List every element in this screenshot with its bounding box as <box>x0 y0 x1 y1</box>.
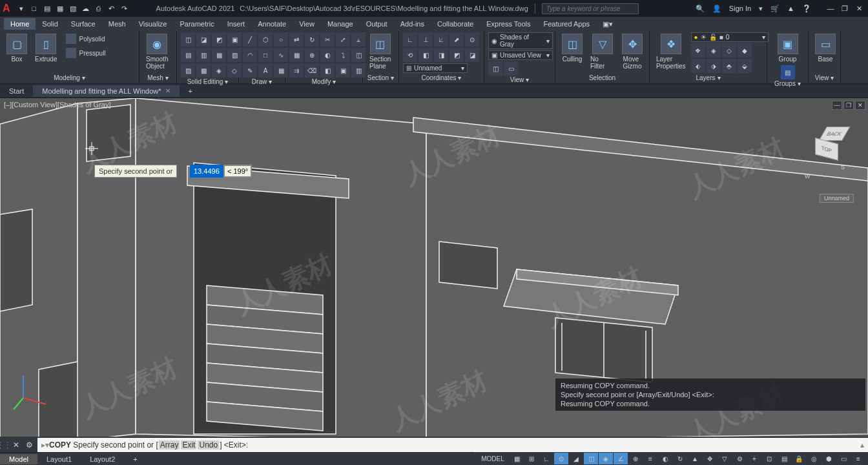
quickprops-icon[interactable]: ▤ <box>777 453 791 464</box>
view-dropdown[interactable]: ▣Unsaved View▾ <box>488 50 553 60</box>
box-button[interactable]: ▢Box <box>4 32 30 64</box>
mod-btn[interactable]: ▣ <box>336 63 350 78</box>
tab-mesh[interactable]: Mesh <box>102 18 132 30</box>
3dosnap-toggle[interactable]: ◈ <box>599 453 613 464</box>
command-input[interactable]: ▸▾ COPY Specify second point or [ Array … <box>37 438 868 452</box>
ucs-btn[interactable]: ◩ <box>450 48 464 62</box>
angle-input[interactable]: < 199° <box>223 165 252 178</box>
mod-btn[interactable]: ↻ <box>305 32 319 46</box>
extrude-button[interactable]: ▯Extrude <box>32 32 59 64</box>
ucs-btn[interactable]: ◧ <box>418 48 433 62</box>
filter-toggle[interactable]: ▽ <box>718 453 732 464</box>
tab-featured[interactable]: Featured Apps <box>537 18 597 30</box>
layer-dropdown[interactable]: ●☀🔓■0▾ <box>691 32 769 42</box>
panel-modify-title[interactable]: Modify ▾ <box>289 78 358 86</box>
search-go-icon[interactable]: 🔍 <box>696 5 705 13</box>
ucs-icon[interactable] <box>10 372 49 411</box>
panel-view-title[interactable]: View ▾ <box>488 76 551 84</box>
base-button[interactable]: ▭Base <box>812 32 838 64</box>
panel-layers-title[interactable]: Layers ▾ <box>654 74 763 82</box>
minimize-button[interactable]: — <box>824 3 837 14</box>
draw-btn[interactable]: ╱ <box>243 32 257 46</box>
draw-btn[interactable]: ✎ <box>243 63 257 78</box>
iso-toggle[interactable]: ◢ <box>569 453 583 464</box>
mod-btn[interactable]: ⊕ <box>305 48 319 62</box>
tab-collaborate[interactable]: Collaborate <box>431 18 480 30</box>
annomonitor-icon[interactable]: + <box>747 453 761 464</box>
lay-btn[interactable]: ◈ <box>707 43 721 57</box>
cleanscreen-icon[interactable]: ▭ <box>836 453 851 464</box>
ucs-btn[interactable]: ⟀ <box>434 32 448 46</box>
ucs-btn[interactable]: ⬈ <box>450 32 464 46</box>
presspull-button[interactable]: Presspull <box>62 46 109 59</box>
vp-restore[interactable]: ❐ <box>843 101 854 110</box>
tab-solid[interactable]: Solid <box>36 18 64 30</box>
lay-btn[interactable]: ⬖ <box>691 59 705 73</box>
start-tab[interactable]: Start <box>0 85 33 97</box>
vc-back[interactable]: BACK <box>819 127 851 141</box>
viewcube[interactable]: BACK TOP S W <box>803 127 850 173</box>
undo-icon[interactable]: ↶ <box>106 3 118 14</box>
tab-home[interactable]: Home <box>4 18 36 30</box>
otrack-toggle[interactable]: ∠ <box>614 453 628 464</box>
snap-toggle[interactable]: ⊞ <box>524 453 539 464</box>
se-btn[interactable]: ▨ <box>181 63 195 78</box>
se-btn[interactable]: ◫ <box>181 32 195 46</box>
grid-toggle[interactable]: ▦ <box>510 453 524 464</box>
ucs-btn[interactable]: ◪ <box>465 48 479 62</box>
culling-button[interactable]: ◫Culling <box>559 32 585 64</box>
saveas-icon[interactable]: ▧ <box>67 3 79 14</box>
group-edit-btn[interactable]: ▤ <box>781 65 795 79</box>
close-button[interactable]: ✕ <box>852 3 865 14</box>
section-plane-button[interactable]: ◫Section Plane <box>367 32 393 71</box>
lay-btn[interactable]: ⬗ <box>707 59 721 73</box>
command-line[interactable]: ⋮⋮ ✕ ⚙ ▸▾ COPY Specify second point or [… <box>0 437 868 452</box>
tab-parametric[interactable]: Parametric <box>173 18 220 30</box>
tab-insert[interactable]: Insert <box>221 18 252 30</box>
cycling-toggle[interactable]: ↻ <box>673 453 687 464</box>
osnap-toggle[interactable]: ◫ <box>584 453 598 464</box>
se-btn[interactable]: ◩ <box>212 32 226 46</box>
vc-top[interactable]: TOP <box>815 138 838 161</box>
ucs-btn[interactable]: ∟ <box>403 32 417 46</box>
mod-btn[interactable]: ⌫ <box>305 63 319 78</box>
cmd-expand-icon[interactable]: ▴ <box>860 440 864 450</box>
document-tab[interactable]: Modelling and fitting the ALL Window*✕ <box>33 85 179 97</box>
tab-annotate[interactable]: Annotate <box>251 18 293 30</box>
customize-status-icon[interactable]: ≡ <box>851 453 865 464</box>
draw-btn[interactable]: A <box>258 63 273 78</box>
units-icon[interactable]: ⊡ <box>762 453 776 464</box>
tab-express[interactable]: Express Tools <box>480 18 537 30</box>
modelspace-toggle[interactable]: MODEL <box>477 453 509 464</box>
save-icon[interactable]: ▦ <box>54 3 66 14</box>
tab-manage[interactable]: Manage <box>321 18 360 30</box>
panel-groups-title[interactable]: Groups ▾ <box>771 79 804 88</box>
lay-btn[interactable]: ⬙ <box>738 59 752 73</box>
ortho-toggle[interactable]: ∟ <box>539 453 553 464</box>
cmd-customize-icon[interactable]: ⚙ <box>23 440 35 450</box>
dyninput-toggle[interactable]: ⊕ <box>628 453 643 464</box>
view-btn[interactable]: ◫ <box>488 61 502 76</box>
view-name-label[interactable]: Unnamed <box>820 194 854 203</box>
panel-view2-title[interactable]: View ▾ <box>812 74 836 82</box>
lay-btn[interactable]: ❖ <box>691 43 705 57</box>
lineweight-toggle[interactable]: ≡ <box>643 453 657 464</box>
tab-surface[interactable]: Surface <box>65 18 102 30</box>
signin-label[interactable]: Sign In <box>729 5 751 12</box>
tab-addins[interactable]: Add-ins <box>394 18 431 30</box>
mod-btn[interactable]: ⇄ <box>289 32 304 46</box>
new-tab-button[interactable]: + <box>180 85 202 97</box>
viewport-label[interactable]: [–][Custom View][Shades of Gray] <box>4 101 110 108</box>
signin-icon[interactable]: 👤 <box>712 5 721 13</box>
web-icon[interactable]: ☁ <box>80 3 92 14</box>
draw-btn[interactable]: ◠ <box>243 48 257 62</box>
workspace-icon[interactable]: ⚙ <box>732 453 747 464</box>
vp-minimize[interactable]: — <box>832 101 842 110</box>
polysolid-button[interactable]: Polysolid <box>62 32 109 45</box>
cmd-close-icon[interactable]: ✕ <box>10 440 22 450</box>
mod-btn[interactable]: ⤵ <box>336 48 350 62</box>
lay-btn[interactable]: ⬘ <box>722 59 736 73</box>
view-btn[interactable]: ▭ <box>504 61 518 76</box>
tab-view[interactable]: View <box>293 18 321 30</box>
model-tab[interactable]: Model <box>0 454 37 464</box>
